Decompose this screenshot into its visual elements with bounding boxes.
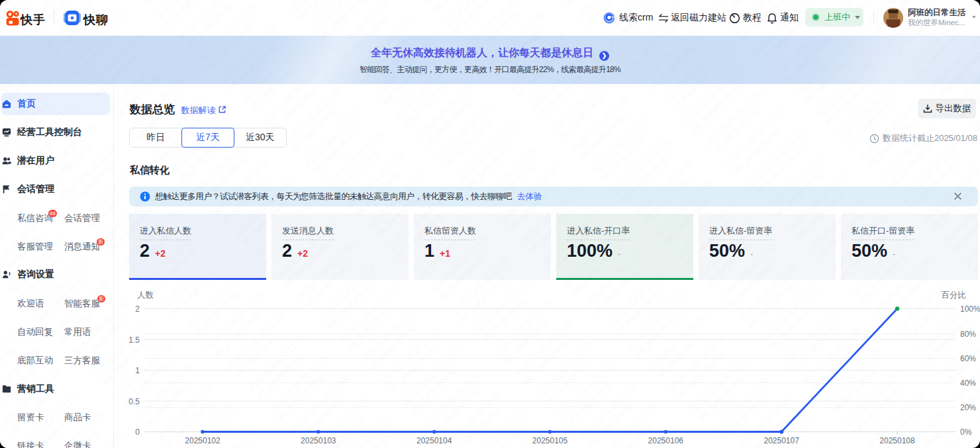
svg-text:20250102: 20250102 (185, 436, 220, 445)
svg-text:人数: 人数 (137, 291, 154, 300)
svg-text:20250107: 20250107 (764, 436, 800, 445)
svg-text:20%: 20% (960, 403, 976, 412)
svg-text:20250105: 20250105 (532, 436, 568, 445)
svg-text:20250106: 20250106 (648, 436, 684, 445)
svg-text:40%: 40% (960, 379, 976, 388)
svg-text:20250103: 20250103 (301, 436, 336, 445)
svg-text:1.5: 1.5 (128, 336, 140, 345)
svg-text:0: 0 (135, 427, 140, 437)
svg-text:60%: 60% (960, 354, 976, 363)
svg-text:80%: 80% (960, 330, 976, 339)
svg-text:20250108: 20250108 (879, 436, 915, 445)
svg-text:100%: 100% (960, 304, 980, 314)
svg-text:百分比: 百分比 (942, 291, 967, 300)
svg-text:0.5: 0.5 (128, 397, 140, 406)
svg-text:1: 1 (135, 366, 140, 375)
svg-text:0%: 0% (960, 427, 972, 437)
svg-text:2: 2 (135, 304, 140, 314)
svg-text:20250104: 20250104 (416, 436, 452, 445)
